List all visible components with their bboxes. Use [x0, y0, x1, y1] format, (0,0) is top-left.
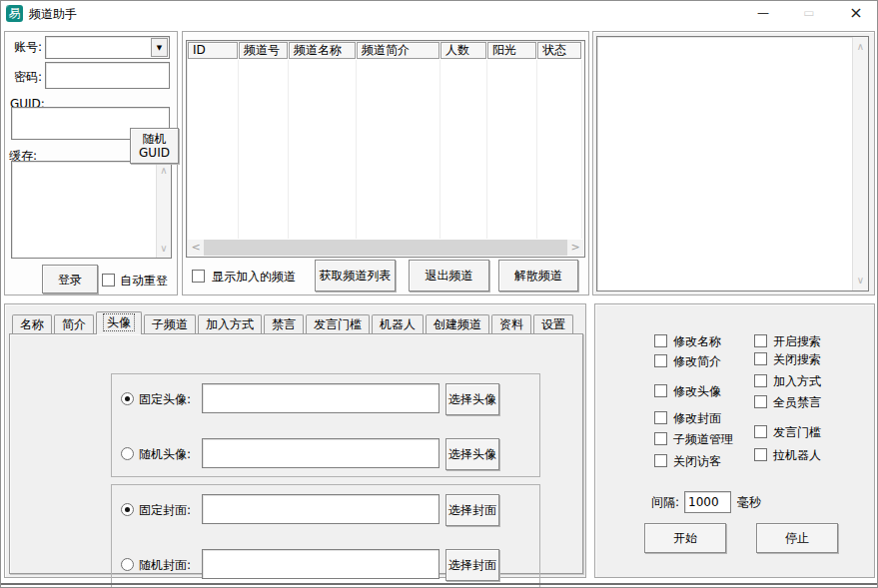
- random-guid-line2: GUID: [139, 146, 170, 160]
- random-guid-button[interactable]: 随机 GUID: [130, 128, 179, 164]
- column-header-channel-name[interactable]: 频道名称: [289, 42, 356, 59]
- tab-name[interactable]: 名称: [12, 314, 52, 334]
- channel-table-body[interactable]: [188, 60, 583, 239]
- auto-relogin-checkbox[interactable]: [102, 274, 115, 287]
- fixed-cover-label: 固定封面:: [139, 503, 191, 517]
- cache-textarea[interactable]: ∧ ∨: [11, 161, 172, 259]
- random-avatar-input[interactable]: [202, 438, 439, 468]
- show-joined-channels-checkbox[interactable]: [192, 270, 205, 283]
- fixed-cover-input[interactable]: [202, 494, 439, 524]
- stop-button[interactable]: 停止: [756, 523, 838, 553]
- tab-mute[interactable]: 禁言: [264, 314, 304, 334]
- tab-join-mode[interactable]: 加入方式: [198, 314, 262, 334]
- random-cover-input[interactable]: [202, 549, 439, 579]
- show-joined-channels-label: 显示加入的频道: [212, 270, 296, 284]
- column-header-status[interactable]: 状态: [537, 42, 581, 59]
- scroll-up-icon[interactable]: ∧: [853, 40, 868, 54]
- random-guid-line1: 随机: [143, 132, 167, 146]
- random-avatar-label: 随机头像:: [139, 447, 191, 461]
- table-horizontal-scrollbar[interactable]: < >: [188, 240, 583, 256]
- get-channel-list-button[interactable]: 获取频道列表: [315, 260, 396, 292]
- random-cover-label: 随机封面:: [139, 558, 191, 572]
- settings-tab-panel: 名称 简介 头像 子频道 加入方式 禁言 发言门槛 机器人 创建频道 资料 设置…: [4, 303, 586, 578]
- tab-subchannel[interactable]: 子频道: [144, 314, 196, 334]
- column-header-channel-intro[interactable]: 频道简介: [357, 42, 439, 59]
- scroll-right-icon[interactable]: >: [567, 240, 583, 256]
- fixed-avatar-radio[interactable]: [121, 392, 134, 405]
- maximize-button[interactable]: ▭: [792, 1, 826, 25]
- disband-channel-button[interactable]: 解散频道: [498, 260, 578, 292]
- scroll-down-icon[interactable]: ∨: [853, 274, 868, 288]
- interval-value: 1000: [688, 495, 719, 509]
- interval-unit-label: 毫秒: [737, 495, 761, 509]
- column-header-sunshine[interactable]: 阳光: [487, 42, 536, 59]
- choose-avatar-button-2[interactable]: 选择头像: [445, 438, 499, 470]
- account-combobox[interactable]: ▼: [45, 36, 170, 59]
- scroll-down-icon[interactable]: ∨: [157, 242, 171, 256]
- tab-intro[interactable]: 简介: [54, 314, 94, 334]
- login-panel: 账号: ▼ 密码: GUID: 随机 GUID 缓存: ∧ ∨ 登录 自动重登: [4, 31, 178, 295]
- tab-settings[interactable]: 设置: [533, 314, 573, 334]
- random-cover-radio[interactable]: [121, 558, 134, 571]
- scrollbar-thumb[interactable]: [204, 240, 567, 256]
- fixed-cover-radio[interactable]: [121, 503, 134, 516]
- log-scrollbar[interactable]: ∧ ∨: [852, 37, 868, 291]
- log-panel: ∧ ∨: [592, 31, 875, 295]
- avatar-tab-page: 固定头像: 选择头像 随机头像: 选择头像 固定封面:: [9, 333, 583, 574]
- titlebar: 易 频道助手 — ▭ ×: [1, 1, 877, 25]
- window-title: 频道助手: [29, 6, 77, 23]
- password-input[interactable]: [45, 62, 170, 89]
- tab-profile[interactable]: 资料: [491, 314, 531, 334]
- choose-cover-button-1[interactable]: 选择封面: [445, 494, 499, 526]
- tab-speak-threshold[interactable]: 发言门槛: [306, 314, 370, 334]
- combobox-dropdown-button[interactable]: ▼: [151, 38, 168, 57]
- quit-channel-button[interactable]: 退出频道: [409, 260, 489, 292]
- tab-avatar[interactable]: 头像: [96, 311, 142, 334]
- fixed-avatar-label: 固定头像:: [139, 392, 191, 406]
- cover-groupbox: 固定封面: 选择封面 随机封面: 选择封面: [111, 484, 540, 588]
- start-button[interactable]: 开始: [644, 523, 726, 553]
- interval-input[interactable]: 1000: [684, 491, 731, 513]
- column-header-id[interactable]: ID: [188, 42, 238, 59]
- account-label: 账号:: [14, 40, 42, 54]
- choose-cover-button-2[interactable]: 选择封面: [445, 549, 499, 581]
- choose-avatar-button-1[interactable]: 选择头像: [445, 383, 499, 415]
- login-button[interactable]: 登录: [42, 265, 98, 294]
- channel-list-panel: ID 频道号 频道名称 频道简介 人数 阳光 状态 < >: [182, 31, 589, 295]
- tab-create-channel[interactable]: 创建频道: [426, 314, 489, 334]
- app-window: 易 频道助手 — ▭ × 账号: ▼ 密码: GUID: 随机 GUID 缓存:…: [0, 0, 878, 588]
- tab-robot[interactable]: 机器人: [372, 314, 424, 334]
- password-label: 密码:: [14, 70, 42, 84]
- channel-table-header: ID 频道号 频道名称 频道简介 人数 阳光 状态: [188, 42, 583, 60]
- window-bottom-edge: [1, 583, 877, 585]
- scroll-left-icon[interactable]: <: [188, 240, 204, 256]
- close-button[interactable]: ×: [839, 1, 873, 25]
- column-header-channel-no[interactable]: 频道号: [239, 42, 288, 59]
- options-panel: 修改名称 修改简介 修改头像 修改封面 子频道管理 关闭访客 开启搜索 关闭搜索…: [594, 303, 875, 578]
- tabstrip: 名称 简介 头像 子频道 加入方式 禁言 发言门槛 机器人 创建频道 资料 设置: [12, 311, 575, 334]
- random-avatar-radio[interactable]: [121, 447, 134, 460]
- channel-table[interactable]: ID 频道号 频道名称 频道简介 人数 阳光 状态 < >: [186, 40, 585, 258]
- scroll-up-icon[interactable]: ∧: [157, 164, 171, 178]
- column-header-people[interactable]: 人数: [440, 42, 486, 59]
- fixed-avatar-input[interactable]: [202, 383, 439, 413]
- minimize-button[interactable]: —: [746, 1, 780, 25]
- auto-relogin-label: 自动重登: [120, 274, 168, 288]
- app-icon: 易: [6, 5, 23, 22]
- log-textarea[interactable]: ∧ ∨: [596, 36, 869, 292]
- avatar-groupbox: 固定头像: 选择头像 随机头像: 选择头像: [111, 373, 540, 477]
- interval-label: 间隔:: [651, 495, 679, 509]
- cache-scrollbar[interactable]: ∧ ∨: [156, 162, 171, 258]
